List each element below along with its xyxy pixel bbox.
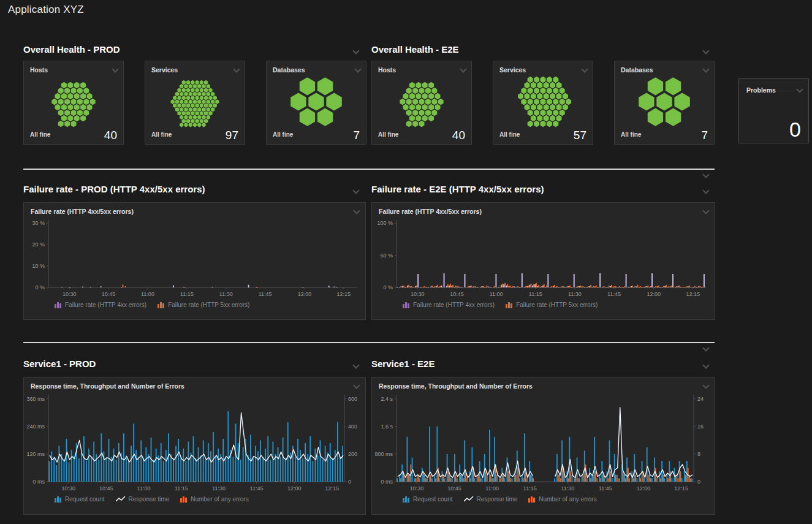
healthy-hexagon[interactable]	[639, 93, 654, 110]
healthy-hexagon[interactable]	[531, 93, 536, 99]
healthy-hexagon[interactable]	[180, 92, 183, 96]
healthy-hexagon[interactable]	[64, 110, 70, 116]
healthy-hexagon[interactable]	[428, 115, 434, 121]
healthy-hexagon[interactable]	[177, 88, 181, 92]
healthy-hexagon[interactable]	[193, 115, 197, 120]
healthy-hexagon[interactable]	[317, 77, 333, 95]
health-tile-hosts-prod[interactable]: Hosts All fine 40	[23, 61, 124, 145]
healthy-hexagon[interactable]	[428, 104, 434, 110]
healthy-hexagon[interactable]	[412, 88, 418, 94]
healthy-hexagon[interactable]	[184, 123, 188, 127]
healthy-hexagon[interactable]	[184, 99, 188, 104]
healthy-hexagon[interactable]	[189, 123, 192, 127]
healthy-hexagon[interactable]	[648, 108, 663, 126]
healthy-hexagon[interactable]	[74, 104, 80, 110]
healthy-hexagon[interactable]	[556, 93, 562, 99]
healthy-hexagon[interactable]	[563, 93, 568, 99]
healthy-hexagon[interactable]	[77, 99, 83, 105]
healthy-hexagon[interactable]	[51, 99, 57, 105]
healthy-hexagon[interactable]	[64, 121, 70, 127]
healthy-hexagon[interactable]	[435, 93, 441, 99]
healthy-hexagon[interactable]	[186, 96, 190, 100]
healthy-hexagon[interactable]	[544, 82, 549, 88]
healthy-hexagon[interactable]	[556, 115, 562, 121]
healthy-hexagon[interactable]	[428, 82, 434, 88]
chevron-down-icon[interactable]	[703, 48, 709, 55]
healthy-hexagon[interactable]	[186, 104, 190, 108]
healthy-hexagon[interactable]	[61, 115, 67, 121]
healthy-hexagon[interactable]	[195, 80, 199, 85]
healthy-hexagon[interactable]	[189, 99, 192, 104]
healthy-hexagon[interactable]	[415, 104, 421, 110]
healthy-hexagon[interactable]	[419, 99, 425, 105]
healthy-hexagon[interactable]	[207, 115, 210, 120]
healthy-hexagon[interactable]	[200, 96, 203, 100]
healthy-hexagon[interactable]	[544, 93, 549, 99]
healthy-hexagon[interactable]	[80, 82, 86, 88]
healthy-hexagon[interactable]	[537, 104, 542, 110]
healthy-hexagon[interactable]	[184, 107, 188, 112]
chevron-down-icon[interactable]	[353, 48, 359, 55]
healthy-hexagon[interactable]	[544, 104, 549, 110]
healthy-hexagon[interactable]	[425, 99, 431, 105]
healthy-hexagon[interactable]	[202, 107, 205, 112]
healthy-hexagon[interactable]	[403, 93, 409, 99]
healthy-hexagon[interactable]	[422, 82, 428, 88]
healthy-hexagon[interactable]	[175, 99, 179, 104]
healthy-hexagon[interactable]	[553, 110, 558, 116]
healthy-hexagon[interactable]	[215, 99, 219, 104]
healthy-hexagon[interactable]	[566, 99, 571, 105]
healthy-hexagon[interactable]	[211, 92, 214, 96]
healthy-hexagon[interactable]	[534, 121, 539, 127]
healthy-hexagon[interactable]	[87, 93, 93, 99]
healthy-hexagon[interactable]	[182, 111, 186, 115]
healthy-hexagon[interactable]	[193, 92, 197, 96]
healthy-hexagon[interactable]	[191, 111, 194, 115]
healthy-hexagon[interactable]	[189, 84, 192, 88]
healthy-hexagon[interactable]	[83, 110, 89, 116]
healthy-hexagon[interactable]	[177, 104, 181, 108]
legend-item[interactable]: Request count	[403, 496, 453, 503]
healthy-hexagon[interactable]	[208, 111, 212, 115]
healthy-hexagon[interactable]	[541, 121, 546, 127]
healthy-hexagon[interactable]	[541, 88, 546, 94]
healthy-hexagon[interactable]	[58, 110, 64, 116]
healthy-hexagon[interactable]	[422, 115, 428, 121]
healthy-hexagon[interactable]	[195, 119, 199, 123]
healthy-hexagon[interactable]	[182, 104, 186, 108]
healthy-hexagon[interactable]	[415, 115, 421, 121]
healthy-hexagon[interactable]	[553, 88, 558, 94]
healthy-hexagon[interactable]	[77, 110, 83, 116]
healthy-hexagon[interactable]	[80, 104, 86, 110]
chevron-down-icon[interactable]	[353, 188, 359, 194]
healthy-hexagon[interactable]	[518, 93, 523, 99]
healthy-hexagon[interactable]	[422, 104, 428, 110]
healthy-hexagon[interactable]	[197, 115, 201, 120]
legend-item[interactable]: Failure rate (HTTP 5xx errors)	[506, 302, 598, 308]
healthy-hexagon[interactable]	[191, 119, 194, 123]
healthy-hexagon[interactable]	[528, 88, 533, 94]
healthy-hexagon[interactable]	[177, 111, 181, 115]
problems-tile[interactable]: Problems 0	[738, 78, 809, 143]
healthy-hexagon[interactable]	[425, 110, 431, 116]
healthy-hexagon[interactable]	[528, 99, 533, 105]
healthy-hexagon[interactable]	[550, 104, 555, 110]
healthy-hexagon[interactable]	[409, 93, 415, 99]
healthy-hexagon[interactable]	[71, 121, 77, 127]
healthy-hexagon[interactable]	[71, 99, 77, 105]
healthy-hexagon[interactable]	[202, 92, 205, 96]
health-tile-services-prod[interactable]: Services All fine 97	[145, 61, 245, 145]
healthy-hexagon[interactable]	[191, 104, 194, 108]
healthy-hexagon[interactable]	[180, 99, 183, 104]
healthy-hexagon[interactable]	[537, 93, 542, 99]
healthy-hexagon[interactable]	[400, 99, 405, 105]
healthy-hexagon[interactable]	[656, 93, 672, 110]
healthy-hexagon[interactable]	[202, 84, 205, 88]
legend-item[interactable]: Number of any errors	[528, 496, 596, 503]
healthy-hexagon[interactable]	[180, 84, 183, 88]
healthy-hexagon[interactable]	[300, 108, 315, 126]
healthy-hexagon[interactable]	[175, 92, 179, 96]
healthy-hexagon[interactable]	[67, 93, 73, 99]
healthy-hexagon[interactable]	[200, 80, 203, 85]
healthy-hexagon[interactable]	[193, 107, 197, 112]
